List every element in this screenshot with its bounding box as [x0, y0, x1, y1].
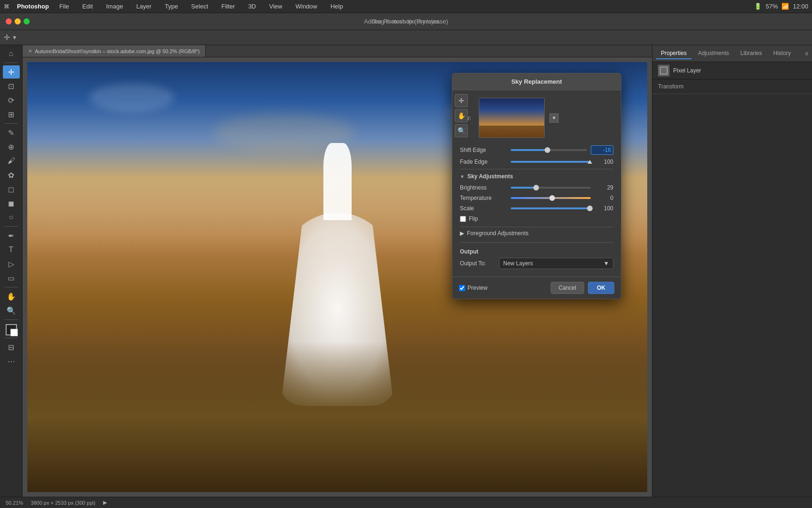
temperature-slider[interactable] — [511, 197, 591, 199]
shift-edge-value[interactable]: -16 — [591, 145, 613, 155]
clone-tool[interactable]: ✿ — [3, 168, 20, 182]
output-section: Output Output To: New Layers ▼ — [460, 242, 613, 269]
menu-3d[interactable]: 3D — [245, 2, 259, 11]
fade-edge-slider[interactable] — [511, 161, 591, 163]
tab-properties[interactable]: Properties — [656, 48, 691, 59]
pixel-layer-label: Pixel Layer — [673, 67, 701, 74]
tab-adjustments[interactable]: Adjustments — [693, 48, 734, 59]
shift-edge-slider[interactable] — [511, 149, 587, 151]
document-dimensions: 3800 px × 2533 px (300 ppi) — [31, 500, 95, 506]
tab-history[interactable]: History — [769, 48, 796, 59]
fade-edge-thumb[interactable] — [587, 160, 592, 164]
doc-tab-label: AutumnBridalShoot©syrotkin – stock.adobe… — [35, 48, 200, 54]
gradient-tool[interactable]: ◼ — [3, 197, 20, 210]
shift-edge-label: Shift Edge — [460, 147, 507, 153]
preview-label[interactable]: Preview — [467, 285, 488, 291]
menu-select[interactable]: Select — [188, 2, 211, 11]
menu-file[interactable]: File — [56, 2, 72, 11]
right-panel: Properties Adjustments Libraries History… — [652, 45, 812, 497]
lasso-tool[interactable]: ⟳ — [3, 94, 20, 107]
menu-view[interactable]: View — [266, 2, 285, 11]
tool-separator-4 — [5, 287, 18, 287]
marquee-tool[interactable]: ⊡ — [3, 79, 20, 93]
left-toolbar: ⌂ ✛ ⊡ ⟳ ⊞ ✎ ⊕ 🖌 ✿ ◻ ◼ ○ ✒ T ▷ ▭ ✋ 🔍 ⊟ ⋯ — [0, 45, 23, 497]
output-dropdown-arrow: ▼ — [603, 260, 609, 267]
battery-percent: 57% — [765, 3, 778, 10]
menu-help[interactable]: Help — [328, 2, 346, 11]
preview-checkbox[interactable] — [459, 285, 465, 291]
move-tool[interactable]: ✛ — [3, 65, 20, 79]
output-label: Output — [460, 248, 613, 255]
flip-label[interactable]: Flip — [469, 215, 478, 222]
options-arrow: ▼ — [12, 34, 17, 41]
heal-tool[interactable]: ⊕ — [3, 140, 20, 153]
document-tab[interactable]: ✕ AutumnBridalShoot©syrotkin – stock.ado… — [23, 45, 206, 57]
tab-libraries[interactable]: Libraries — [736, 48, 767, 59]
sky-adjustments-label: Sky Adjustments — [467, 173, 513, 180]
cancel-button[interactable]: Cancel — [551, 282, 584, 294]
status-arrow: ▶ — [103, 500, 107, 506]
brightness-row: Brightness 29 — [460, 184, 613, 191]
home-tool[interactable]: ⌂ — [3, 47, 20, 60]
ok-button[interactable]: OK — [588, 282, 614, 294]
text-tool[interactable]: T — [3, 243, 20, 256]
brightness-thumb[interactable] — [533, 185, 539, 190]
sky-adjustments-header[interactable]: ▼ Sky Adjustments — [460, 173, 613, 180]
menu-filter[interactable]: Filter — [218, 2, 238, 11]
scale-label: Scale — [460, 205, 507, 212]
dialog-hand-tool[interactable]: ✋ — [455, 109, 468, 122]
eraser-tool[interactable]: ◻ — [3, 183, 20, 196]
battery-icon: 🔋 — [754, 3, 762, 10]
foreground-color[interactable] — [6, 324, 17, 335]
minimize-button[interactable] — [15, 18, 21, 24]
arrange-tool[interactable]: ⊟ — [3, 341, 20, 354]
dialog-zoom-tool[interactable]: 🔍 — [455, 124, 468, 137]
tool-separator-5 — [5, 319, 18, 320]
tool-separator-6 — [5, 338, 18, 338]
statusbar: 50.21% 3800 px × 2533 px (300 ppi) ▶ — [0, 497, 812, 508]
apple-logo: ⌘ — [4, 3, 9, 10]
options-bar: ✛ ▼ — [0, 30, 812, 45]
temperature-value: 0 — [595, 195, 613, 201]
scale-slider[interactable] — [511, 207, 591, 209]
fade-edge-label: Fade Edge — [460, 159, 507, 165]
menu-type[interactable]: Type — [162, 2, 181, 11]
scale-value: 100 — [595, 205, 613, 212]
sky-dropdown-button[interactable]: ▼ — [549, 113, 559, 123]
menu-image[interactable]: Image — [103, 2, 126, 11]
doc-close-icon[interactable]: ✕ — [28, 48, 32, 54]
dodge-tool[interactable]: ○ — [3, 211, 20, 224]
foreground-adjustments-header[interactable]: ▶ Foreground Adjustments — [460, 230, 613, 237]
output-to-dropdown[interactable]: New Layers ▼ — [499, 258, 613, 269]
hand-tool[interactable]: ✋ — [3, 290, 20, 303]
menu-layer[interactable]: Layer — [133, 2, 154, 11]
maximize-button[interactable] — [24, 18, 30, 24]
app-name: Photoshop — [17, 3, 49, 10]
fade-edge-value: 100 — [595, 159, 613, 165]
divider-1 — [460, 169, 613, 169]
wifi-icon: 📶 — [781, 3, 789, 10]
eyedropper-tool[interactable]: ✎ — [3, 126, 20, 139]
shift-edge-thumb[interactable] — [545, 147, 550, 153]
path-tool[interactable]: ▷ — [3, 257, 20, 270]
pen-tool[interactable]: ✒ — [3, 229, 20, 242]
temperature-thumb[interactable] — [549, 195, 555, 201]
output-to-value: New Layers — [503, 260, 533, 267]
crop-tool[interactable]: ⊞ — [3, 108, 20, 121]
sky-selector-row: Sky: ▼ — [460, 98, 613, 138]
flip-checkbox[interactable] — [460, 216, 466, 222]
menu-edit[interactable]: Edit — [80, 2, 96, 11]
shape-tool[interactable]: ▭ — [3, 271, 20, 285]
brightness-slider[interactable] — [511, 187, 591, 189]
scale-thumb[interactable] — [587, 206, 593, 211]
sky-thumbnail[interactable] — [479, 98, 545, 138]
dialog-move-tool[interactable]: ✛ — [455, 94, 468, 107]
close-button[interactable] — [6, 18, 12, 24]
flip-row: Flip — [460, 215, 613, 222]
brush-tool[interactable]: 🖌 — [3, 154, 20, 167]
brightness-value: 29 — [595, 184, 613, 191]
panel-menu-icon[interactable]: ≡ — [805, 50, 808, 57]
extras-tool[interactable]: ⋯ — [3, 355, 20, 368]
zoom-tool[interactable]: 🔍 — [3, 304, 20, 317]
menu-window[interactable]: Window — [293, 2, 320, 11]
